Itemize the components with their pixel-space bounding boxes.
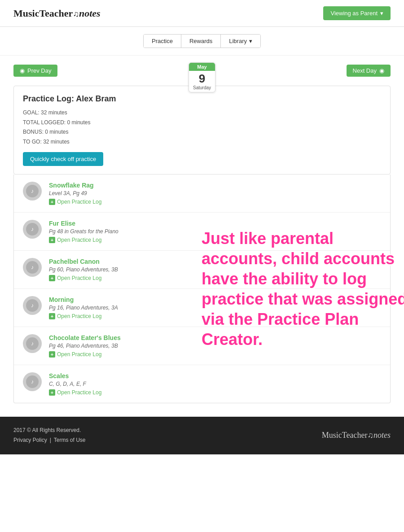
logo: MusicTeacher♫notes: [13, 8, 101, 19]
song-info: Morning Pg 16, Piano Adventures, 3A + Op…: [49, 296, 381, 319]
prev-day-label: Prev Day: [27, 67, 51, 74]
open-practice-log-link[interactable]: + Open Practice Log: [49, 313, 381, 319]
song-thumbnail: ♪: [23, 296, 42, 315]
practice-log-card: Practice Log: Alex Bram GOAL: 32 minutes…: [13, 86, 391, 174]
song-info: Snowflake Rag Level 3A, Pg 49 + Open Pra…: [49, 182, 381, 205]
prev-day-button[interactable]: ◉ Prev Day: [13, 65, 57, 77]
open-practice-log-link[interactable]: + Open Practice Log: [49, 389, 381, 396]
song-subtitle: Pg 48 in Greats for the Piano: [49, 228, 381, 235]
practice-log-title: Practice Log: Alex Bram: [23, 94, 381, 104]
total-logged-label: TOTAL LOGGED:: [23, 119, 66, 126]
nav-library[interactable]: Library ▾: [221, 35, 260, 48]
footer-logo-text: MusicTeacher: [322, 431, 368, 440]
open-log-label: Open Practice Log: [57, 237, 101, 243]
plus-icon: +: [49, 313, 55, 319]
song-thumbnail: ♪: [23, 220, 42, 239]
prev-arrow-icon: ◉: [20, 67, 25, 74]
song-subtitle: Pg 46, Piano Adventures, 3B: [49, 343, 381, 349]
footer-separator: |: [50, 436, 51, 445]
song-title: Scales: [49, 372, 381, 379]
song-thumbnail: ♪: [23, 334, 42, 353]
open-practice-log-link[interactable]: + Open Practice Log: [49, 237, 381, 243]
open-practice-log-link[interactable]: + Open Practice Log: [49, 199, 381, 205]
song-info: Scales C, G, D, A, E, F + Open Practice …: [49, 372, 381, 396]
chevron-down-icon: ▾: [380, 10, 383, 17]
nav-items: Practice Rewards Library ▾: [143, 34, 261, 48]
open-practice-log-link[interactable]: + Open Practice Log: [49, 275, 381, 281]
list-item: ♪ Chocolate Eater's Blues Pg 46, Piano A…: [14, 327, 390, 365]
viewing-as-parent-button[interactable]: Viewing as Parent ▾: [323, 6, 391, 20]
footer-links: Privacy Policy | Terms of Use: [13, 436, 86, 445]
nav-rewards[interactable]: Rewards: [181, 35, 221, 48]
song-title: Fur Elise: [49, 220, 381, 227]
nav-practice[interactable]: Practice: [144, 35, 181, 48]
svg-text:♪: ♪: [31, 265, 34, 271]
song-thumbnail: ♪: [23, 182, 42, 201]
bonus-label: BONUS:: [23, 129, 44, 135]
song-title: Pachelbel Canon: [49, 258, 381, 265]
calendar-weekday: Saturday: [189, 85, 215, 92]
song-title: Snowflake Rag: [49, 182, 381, 189]
song-thumbnail: ♪: [23, 258, 42, 277]
plus-icon: +: [49, 237, 55, 243]
header: MusicTeacher♫notes Viewing as Parent ▾: [0, 0, 404, 27]
total-logged-value: 0 minutes: [67, 119, 90, 126]
footer-logo-notes: ♫: [368, 431, 374, 440]
svg-text:♪: ♪: [31, 188, 34, 195]
song-info: Fur Elise Pg 48 in Greats for the Piano …: [49, 220, 381, 243]
songs-section: ♪ Snowflake Rag Level 3A, Pg 49 + Open P…: [0, 174, 404, 403]
svg-text:♪: ♪: [31, 303, 34, 309]
footer: 2017 © All Rights Reserved. Privacy Poli…: [0, 417, 404, 454]
list-item: ♪ Morning Pg 16, Piano Adventures, 3A + …: [14, 289, 390, 327]
to-go-label: TO GO:: [23, 139, 42, 145]
plus-icon: +: [49, 389, 55, 396]
svg-text:♪: ♪: [31, 341, 34, 347]
song-info: Pachelbel Canon Pg 60, Piano Adventures,…: [49, 258, 381, 281]
bonus-value: 0 minutes: [45, 129, 68, 135]
navigation: Practice Rewards Library ▾: [0, 27, 404, 56]
song-subtitle: Level 3A, Pg 49: [49, 190, 381, 196]
open-log-label: Open Practice Log: [57, 351, 101, 358]
list-item: ♪ Fur Elise Pg 48 in Greats for the Pian…: [14, 213, 390, 251]
total-logged-row: TOTAL LOGGED: 0 minutes: [23, 118, 381, 128]
viewing-btn-label: Viewing as Parent: [330, 10, 378, 17]
goal-row: GOAL: 32 minutes: [23, 108, 381, 118]
next-day-label: Next Day: [353, 67, 377, 74]
song-subtitle: Pg 16, Piano Adventures, 3A: [49, 305, 381, 311]
bonus-row: BONUS: 0 minutes: [23, 127, 381, 137]
list-item: ♪ Pachelbel Canon Pg 60, Piano Adventure…: [14, 251, 390, 289]
plus-icon: +: [49, 351, 55, 358]
goal-value: 32 minutes: [41, 109, 67, 116]
footer-terms-link[interactable]: Terms of Use: [54, 436, 86, 445]
open-practice-log-link[interactable]: + Open Practice Log: [49, 351, 381, 358]
song-title: Morning: [49, 296, 381, 303]
next-arrow-icon: ◉: [379, 67, 384, 74]
footer-logo: MusicTeacher♫notes: [322, 431, 391, 440]
open-log-label: Open Practice Log: [57, 313, 101, 319]
song-subtitle: C, G, D, A, E, F: [49, 381, 381, 387]
footer-copyright: 2017 © All Rights Reserved.: [13, 426, 86, 436]
logo-text: MusicTeacher: [13, 8, 73, 19]
practice-meta: GOAL: 32 minutes TOTAL LOGGED: 0 minutes…: [23, 108, 381, 147]
plus-icon: +: [49, 199, 55, 205]
song-thumbnail: ♪: [23, 372, 42, 391]
goal-label: GOAL:: [23, 109, 40, 116]
footer-left: 2017 © All Rights Reserved. Privacy Poli…: [13, 426, 86, 445]
plus-icon: +: [49, 275, 55, 281]
footer-logo-notes2: notes: [373, 431, 391, 440]
open-log-label: Open Practice Log: [57, 275, 101, 281]
song-info: Chocolate Eater's Blues Pg 46, Piano Adv…: [49, 334, 381, 358]
songs-list: ♪ Snowflake Rag Level 3A, Pg 49 + Open P…: [13, 174, 391, 403]
to-go-value: 32 minutes: [43, 139, 70, 145]
library-chevron-icon: ▾: [249, 38, 252, 44]
calendar-day: 9: [189, 71, 215, 85]
open-log-label: Open Practice Log: [57, 199, 101, 205]
song-subtitle: Pg 60, Piano Adventures, 3B: [49, 266, 381, 273]
logo-notes2: notes: [79, 8, 101, 19]
open-log-label: Open Practice Log: [57, 389, 101, 396]
list-item: ♪ Scales C, G, D, A, E, F + Open Practic…: [14, 365, 390, 403]
quick-check-button[interactable]: Quickly check off practice: [23, 152, 103, 166]
footer-privacy-link[interactable]: Privacy Policy: [13, 436, 47, 445]
next-day-button[interactable]: Next Day ◉: [347, 65, 391, 77]
logo-notes: ♫: [73, 9, 79, 18]
